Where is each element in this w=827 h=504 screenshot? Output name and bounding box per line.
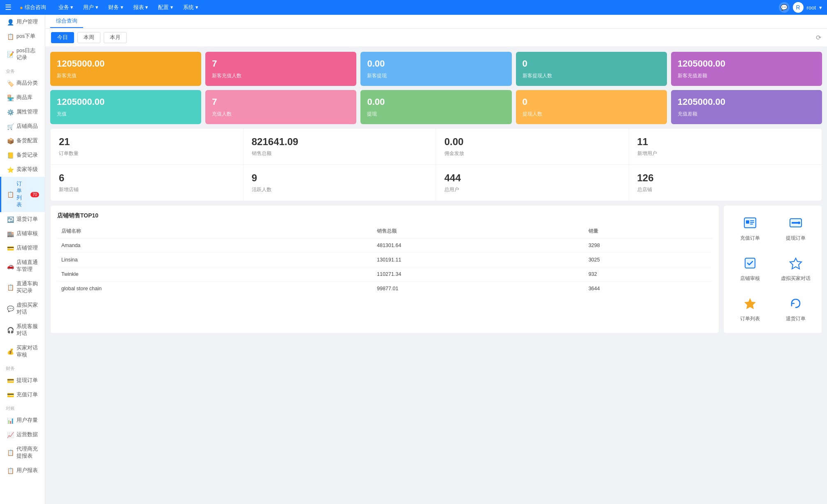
sidebar-item-store-manage[interactable]: 💳 店铺管理 (0, 241, 45, 255)
recharge-icon: 💳 (7, 392, 14, 398)
table-row: Linsina 130191.11 3025 (57, 253, 712, 267)
summary-commission: 0.00 佣金发放 (436, 129, 629, 165)
sidebar-item-recharge[interactable]: 💳 充值订单 (0, 388, 45, 402)
card-new-recharge: 1205000.00 新客充值 (50, 52, 201, 86)
nav-brand: ● 综合咨询 (20, 4, 46, 11)
table-title: 店铺销售TOP10 (57, 212, 712, 220)
recharge-order-icon (743, 216, 757, 232)
order-list-icon2 (743, 297, 757, 313)
hamburger-menu[interactable]: ☰ (5, 3, 12, 12)
quick-withdraw-order[interactable]: 提现订单 (776, 212, 815, 246)
ops-data-icon: 📈 (7, 432, 14, 438)
sidebar-label: 用户存量 (16, 417, 38, 424)
sidebar-label: 退货订单 (16, 216, 38, 223)
chat-icon[interactable]: 💬 (779, 2, 790, 13)
summary-label: 总店铺 (637, 186, 814, 193)
summary-new-users: 11 新增用户 (629, 129, 822, 165)
sidebar-item-user-manage[interactable]: 👤 用户管理 (0, 15, 45, 29)
nav-items: 业务 ▾ 用户 ▾ 财务 ▾ 报表 ▾ 配置 ▾ 系统 ▾ (54, 2, 771, 13)
svg-rect-1 (746, 220, 749, 224)
summary-label: 佣金发放 (444, 150, 620, 157)
sidebar-label: 商品分类 (16, 80, 38, 87)
quick-order-list[interactable]: 订单列表 (730, 293, 769, 326)
sidebar-item-category[interactable]: 🏷️ 商品分类 (0, 76, 45, 90)
card-value: 7 (212, 58, 350, 69)
summary-label: 新增店铺 (59, 186, 235, 193)
sidebar-item-virtual-chat[interactable]: 💬 虚拟买家对话 (0, 298, 45, 319)
nav-item-business[interactable]: 业务 ▾ (54, 2, 78, 13)
sidebar-item-agent-report[interactable]: 📋 代理商充提报表 (0, 442, 45, 463)
card-recharge-diff: 1205000.00 充值差额 (671, 90, 822, 124)
sidebar-item-ops-data[interactable]: 📈 运营数据 (0, 428, 45, 442)
sidebar-label: 店铺审核 (16, 230, 38, 237)
svg-rect-3 (750, 222, 754, 223)
sidebar-item-user-report[interactable]: 📋 用户报表 (0, 463, 45, 478)
summary-label: 活跃人数 (252, 186, 428, 193)
refresh-icon[interactable]: ⟳ (816, 34, 821, 42)
quick-recharge-order[interactable]: 充值订单 (730, 212, 769, 246)
shop-sales-table: 店铺名称 销售总额 销量 Amanda 481301.64 3298 Linsi… (57, 224, 712, 296)
sidebar-item-attr-manage[interactable]: ⚙️ 属性管理 (0, 105, 45, 119)
sidebar-label: 代理商充提报表 (16, 446, 39, 460)
sidebar-label: 虚拟买家对话 (16, 302, 39, 316)
sidebar-label: 卖家等级 (16, 166, 38, 173)
store-manage-icon: 💳 (7, 245, 14, 252)
quick-label: 退货订单 (786, 315, 806, 322)
quick-store-audit[interactable]: 店铺审核 (730, 252, 769, 286)
cell-quantity: 3644 (584, 282, 712, 296)
store-product-icon: 🛒 (7, 123, 14, 130)
card-new-withdraw-count: 0 新客提现人数 (516, 52, 667, 86)
withdraw-icon: 💳 (7, 377, 14, 384)
sidebar-item-withdraw[interactable]: 💳 提现订单 (0, 373, 45, 388)
sidebar-item-seller-level[interactable]: ⭐ 卖家等级 (0, 162, 45, 177)
order-list-icon: 📋 (7, 191, 14, 198)
sidebar-item-direct-manage[interactable]: 🚗 店铺直通车管理 (0, 255, 45, 277)
nav-item-finance[interactable]: 财务 ▾ (104, 2, 128, 13)
withdraw-order-icon (789, 216, 802, 232)
sidebar-label: 直通车购买记录 (16, 280, 39, 294)
period-month[interactable]: 本月 (104, 32, 127, 43)
svg-marker-9 (790, 258, 801, 269)
card-value: 0 (523, 58, 660, 69)
nav-item-config[interactable]: 配置 ▾ (154, 2, 177, 13)
summary-orders: 21 订单数量 (51, 129, 244, 165)
sidebar-item-stock-record[interactable]: 📒 备货记录 (0, 148, 45, 162)
sidebar-item-direct-record[interactable]: 📋 直通车购买记录 (0, 277, 45, 298)
sidebar-item-buyer-audit[interactable]: 💰 买家对话审核 (0, 341, 45, 362)
sidebar-item-product-lib[interactable]: 🏪 商品库 (0, 90, 45, 105)
sidebar-item-system-service[interactable]: 🎧 系统客服对话 (0, 319, 45, 341)
bottom-section: 店铺销售TOP10 店铺名称 销售总额 销量 Amanda 481301.64 … (50, 205, 822, 333)
sidebar-item-store-product[interactable]: 🛒 店铺商品 (0, 119, 45, 134)
toolbar: 今日 本周 本月 ⟳ (45, 29, 827, 47)
quick-links-grid: 充值订单 提现订单 (730, 212, 815, 326)
sidebar-item-pos-order[interactable]: 📋 pos下单 (0, 29, 45, 44)
period-week[interactable]: 本周 (77, 32, 100, 43)
user-icon: 👤 (7, 19, 14, 25)
cell-sales: 110271.34 (373, 267, 584, 282)
tab-comprehensive[interactable]: 综合查询 (50, 15, 83, 28)
nav-item-report[interactable]: 报表 ▾ (129, 2, 153, 13)
sidebar-item-stock-config[interactable]: 📦 备货配置 (0, 134, 45, 148)
quick-label: 提现订单 (786, 235, 806, 242)
user-dropdown-arrow[interactable]: ▾ (819, 5, 822, 11)
sidebar-item-user-stock[interactable]: 📊 用户存量 (0, 413, 45, 428)
period-today[interactable]: 今日 (51, 32, 74, 43)
user-report-icon: 📋 (7, 467, 14, 474)
system-service-icon: 🎧 (7, 327, 14, 333)
summary-value: 444 (444, 172, 620, 184)
brand-label: 综合咨询 (25, 4, 46, 11)
quick-virtual-chat[interactable]: 虚拟买家对话 (776, 252, 815, 286)
sidebar-label: 店铺管理 (16, 245, 38, 252)
sidebar-item-return-order[interactable]: ↩️ 退货订单 (0, 212, 45, 227)
quick-label: 店铺审核 (740, 275, 760, 282)
nav-item-user[interactable]: 用户 ▾ (79, 2, 102, 13)
sidebar-item-pos-log[interactable]: 📝 pos日志记录 (0, 44, 45, 65)
quick-return-order[interactable]: 退货订单 (776, 293, 815, 326)
sidebar-label: 属性管理 (16, 109, 38, 116)
sidebar-item-order-list[interactable]: 📋 订单列表 70 (0, 177, 45, 212)
sidebar-section-finance: 财务 (0, 362, 45, 373)
sidebar-item-store-audit[interactable]: 🏬 店铺审核 (0, 227, 45, 241)
direct-record-icon: 📋 (7, 284, 14, 291)
col-shop-name: 店铺名称 (57, 224, 373, 238)
nav-item-system[interactable]: 系统 ▾ (179, 2, 202, 13)
